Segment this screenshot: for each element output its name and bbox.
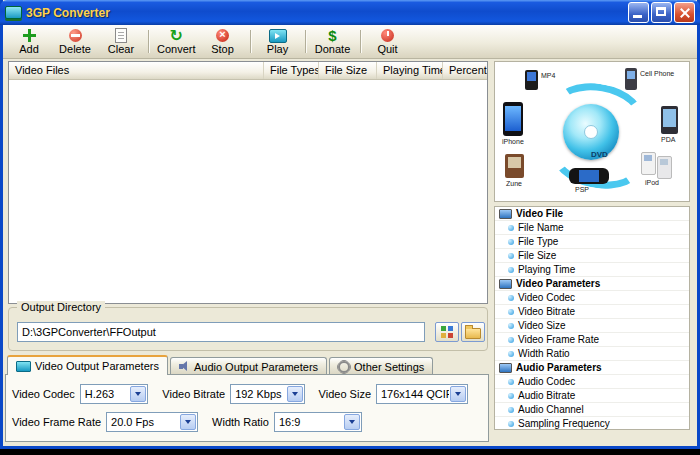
folder-tree-icon: [441, 326, 453, 338]
chevron-down-icon[interactable]: [344, 414, 360, 430]
toolbar-separator: [250, 30, 251, 53]
bullet-icon: [508, 323, 514, 329]
column-header-percent[interactable]: Percent: [443, 62, 487, 79]
quit-icon: [381, 29, 394, 42]
tab-video-output-parameters[interactable]: Video Output Parameters: [7, 355, 168, 375]
info-item-file-size: File Size: [495, 249, 689, 263]
column-header-playing-time[interactable]: Playing Time: [377, 62, 443, 79]
tv-icon: [499, 279, 512, 289]
bullet-icon: [508, 253, 514, 259]
params-row-2: Video Frame Rate 20.0 Fps Width Ratio 16…: [12, 411, 482, 433]
device-label-ipod: iPod: [645, 179, 659, 186]
play-icon: [269, 29, 287, 43]
output-path-input[interactable]: [17, 322, 425, 342]
column-header-video-files[interactable]: Video Files: [9, 62, 264, 79]
info-header-audio-parameters: Audio Parameters: [495, 361, 689, 375]
dvd-label: DVD: [591, 150, 608, 159]
video-bitrate-select[interactable]: 192 Kbps: [230, 384, 304, 404]
quit-button[interactable]: Quit: [365, 26, 411, 57]
video-output-parameters-panel: Video Codec H.263 Video Bitrate 192 Kbps…: [5, 374, 489, 442]
info-item-sampling-frequency: Sampling Frequency: [495, 417, 689, 430]
cell-phone-graphic: [625, 68, 637, 90]
toolbar-separator: [360, 30, 361, 53]
width-ratio-select[interactable]: 16:9: [274, 412, 362, 432]
minimize-button[interactable]: [628, 2, 649, 23]
donate-icon: [328, 29, 336, 42]
convert-button[interactable]: Convert: [153, 26, 200, 57]
video-frame-rate-label: Video Frame Rate: [12, 416, 101, 428]
toolbar-separator: [148, 30, 149, 53]
info-header-video-parameters: Video Parameters: [495, 277, 689, 291]
stop-button[interactable]: Stop: [200, 26, 246, 57]
close-button[interactable]: [674, 2, 695, 23]
psp-graphic: [569, 168, 609, 184]
stop-icon: [216, 29, 229, 42]
app-window: 3GP Converter Add Delete Clear: [0, 0, 700, 449]
file-list-body[interactable]: [9, 80, 487, 304]
info-item-file-type: File Type: [495, 235, 689, 249]
info-header-video-file: Video File: [495, 207, 689, 221]
file-list-header: Video Files File Types File Size Playing…: [9, 62, 487, 80]
info-item-audio-bitrate: Audio Bitrate: [495, 389, 689, 403]
video-bitrate-label: Video Bitrate: [162, 388, 225, 400]
maximize-button[interactable]: [651, 2, 672, 23]
bullet-icon: [508, 239, 514, 245]
toolbar-separator: [305, 30, 306, 53]
tv-icon: [499, 209, 512, 219]
browse-output-button[interactable]: [435, 322, 459, 342]
device-label-psp: PSP: [575, 186, 589, 193]
bullet-icon: [508, 379, 514, 385]
video-codec-label: Video Codec: [12, 388, 75, 400]
speaker-icon: [179, 361, 190, 372]
info-item-video-bitrate: Video Bitrate: [495, 305, 689, 319]
column-header-file-types[interactable]: File Types: [264, 62, 319, 79]
app-icon: [5, 6, 22, 19]
client-area: Add Delete Clear Convert Stop P: [3, 25, 697, 446]
info-item-video-codec: Video Codec: [495, 291, 689, 305]
video-size-select[interactable]: 176x144 QCIF: [376, 384, 468, 404]
column-header-file-size[interactable]: File Size: [319, 62, 377, 79]
info-item-playing-time: Playing Time: [495, 263, 689, 277]
delete-button[interactable]: Delete: [52, 26, 98, 57]
pda-graphic: [661, 106, 678, 134]
donate-button[interactable]: Donate: [310, 26, 356, 57]
bullet-icon: [508, 407, 514, 413]
video-frame-rate-select[interactable]: 20.0 Fps: [106, 412, 198, 432]
tab-audio-output-parameters[interactable]: Audio Output Parameters: [170, 357, 327, 375]
info-item-width-ratio: Width Ratio: [495, 347, 689, 361]
chevron-down-icon[interactable]: [450, 386, 466, 402]
chevron-down-icon[interactable]: [130, 386, 146, 402]
clear-icon: [115, 28, 127, 43]
file-info-panel: Video File File Name File Type File Size…: [494, 206, 690, 430]
iphone-graphic: [503, 102, 523, 136]
chevron-down-icon[interactable]: [287, 386, 303, 402]
title-bar[interactable]: 3GP Converter: [0, 0, 700, 25]
device-graphic-panel: DVD MP4 Cell Phone iPhone PDA Zune PSP i…: [494, 61, 690, 202]
bullet-icon: [508, 421, 514, 427]
open-output-folder-button[interactable]: [461, 322, 485, 342]
ipod-graphic: [641, 152, 656, 175]
clear-button[interactable]: Clear: [98, 26, 144, 57]
device-label-zune: Zune: [506, 180, 522, 187]
add-button[interactable]: Add: [6, 26, 52, 57]
info-item-file-name: File Name: [495, 221, 689, 235]
mp4-player-graphic: [525, 70, 538, 90]
tab-bar: Video Output Parameters Audio Output Par…: [7, 355, 435, 375]
bullet-icon: [508, 393, 514, 399]
folder-icon: [465, 328, 481, 339]
gear-icon: [338, 361, 350, 373]
video-files-list[interactable]: Video Files File Types File Size Playing…: [8, 61, 488, 304]
bullet-icon: [508, 225, 514, 231]
minimize-icon: [633, 15, 642, 18]
tab-other-settings[interactable]: Other Settings: [329, 357, 433, 375]
delete-icon: [69, 29, 82, 42]
params-row-1: Video Codec H.263 Video Bitrate 192 Kbps…: [12, 383, 482, 405]
chevron-down-icon[interactable]: [180, 414, 196, 430]
bullet-icon: [508, 337, 514, 343]
ipod-graphic: [657, 156, 672, 179]
video-codec-select[interactable]: H.263: [80, 384, 149, 404]
info-item-video-size: Video Size: [495, 319, 689, 333]
play-button[interactable]: Play: [255, 26, 301, 57]
device-label-iphone: iPhone: [502, 138, 524, 145]
bullet-icon: [508, 295, 514, 301]
